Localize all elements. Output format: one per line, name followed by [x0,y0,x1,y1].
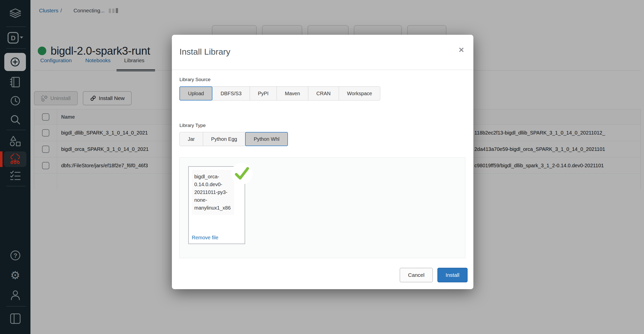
library-type-label: Library Type [179,123,206,128]
type-option-python-whl[interactable]: Python Whl [245,132,288,146]
source-option-maven[interactable]: Maven [277,86,308,101]
close-icon[interactable]: ✕ [459,46,464,54]
install-button[interactable]: Install [437,268,468,282]
green-check-icon [234,166,250,181]
uploaded-file-card: bigdl_orca-0.14.0.dev0-20211011-py3-none… [188,166,245,244]
remove-file-link[interactable]: Remove file [192,235,242,241]
library-source-label: Library Source [179,77,211,82]
upload-success-badge [231,163,253,184]
source-option-dbfs-s3[interactable]: DBFS/S3 [212,86,250,101]
file-drop-zone[interactable]: bigdl_orca-0.14.0.dev0-20211011-py3-none… [179,157,465,258]
library-source-group: Upload DBFS/S3 PyPI Maven CRAN Workspace [179,86,380,101]
source-option-workspace[interactable]: Workspace [339,86,381,101]
source-option-cran[interactable]: CRAN [308,86,339,101]
library-type-group: Jar Python Egg Python Whl [179,132,288,146]
cancel-button[interactable]: Cancel [400,268,433,282]
databricks-clusters-page: D [0,0,644,334]
type-option-jar[interactable]: Jar [179,132,203,146]
source-option-upload[interactable]: Upload [179,86,212,101]
uploaded-file-name: bigdl_orca-0.14.0.dev0-20211011-py3-none… [192,170,234,215]
source-option-pypi[interactable]: PyPI [250,86,277,101]
modal-title: Install Library [179,47,230,57]
install-library-modal: Install Library ✕ Library Source Upload … [172,35,473,289]
modal-header: Install Library ✕ [172,35,473,70]
type-option-python-egg[interactable]: Python Egg [203,132,245,146]
modal-footer: Cancel Install [400,268,468,282]
